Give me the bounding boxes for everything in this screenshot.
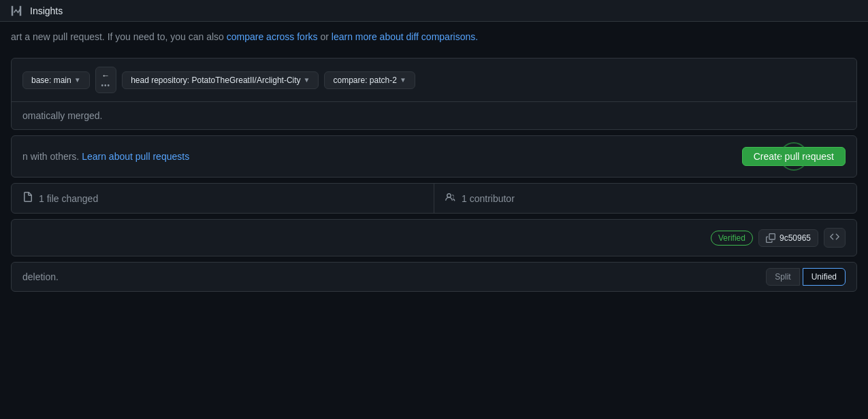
compare-chevron-icon: ▼ — [400, 76, 406, 84]
info-text-section: art a new pull request. If you need to, … — [0, 22, 868, 52]
back-button[interactable]: ← ••• — [95, 67, 117, 93]
commit-row: Verified 9c50965 — [12, 220, 856, 256]
unified-view-button[interactable]: Unified — [803, 268, 846, 286]
commit-hash-button[interactable]: 9c50965 — [758, 229, 818, 247]
commit-section: Verified 9c50965 — [11, 219, 857, 256]
verified-label: Verified — [718, 233, 745, 243]
compare-forks-link[interactable]: compare across forks — [227, 31, 318, 42]
base-branch-label: base: main — [31, 76, 71, 85]
file-icon — [22, 192, 33, 205]
diff-view-toggle: Split Unified — [766, 268, 846, 286]
compare-section: base: main ▼ ← ••• head repository: Pota… — [11, 58, 857, 130]
files-changed-text: 1 file changed — [39, 193, 98, 204]
pr-prefix-text: n with others. — [22, 151, 82, 162]
info-middle-text: or — [320, 31, 331, 42]
head-repository-select[interactable]: head repository: PotatoTheGreatII/Arclig… — [122, 71, 319, 89]
pr-text: n with others. Learn about pull requests — [22, 151, 189, 162]
compare-branch-select[interactable]: compare: patch-2 ▼ — [324, 71, 415, 89]
copy-icon — [766, 233, 775, 243]
code-brackets-icon — [830, 232, 839, 244]
contributors-icon — [445, 192, 456, 205]
pr-section: n with others. Learn about pull requests… — [11, 135, 857, 178]
verified-badge: Verified — [711, 231, 753, 246]
top-nav: Insights — [0, 0, 868, 22]
contributors-text: 1 contributor — [462, 193, 515, 204]
merge-message: omatically merged. — [12, 102, 856, 129]
insights-text: Insights — [30, 5, 63, 16]
learn-pr-link[interactable]: Learn about pull requests — [82, 151, 189, 162]
diff-section: deletion. Split Unified — [11, 262, 857, 292]
head-chevron-icon: ▼ — [304, 76, 310, 84]
learn-diff-link[interactable]: learn more about diff comparisons. — [332, 31, 478, 42]
pr-row: n with others. Learn about pull requests… — [12, 136, 856, 177]
diff-header: deletion. Split Unified — [12, 263, 856, 291]
chart-icon — [11, 5, 22, 16]
left-arrow-icon: ← — [101, 71, 110, 80]
view-code-button[interactable] — [824, 228, 846, 248]
merge-message-text: omatically merged. — [22, 110, 103, 121]
info-prefix-text: art a new pull request. If you need to, … — [11, 31, 227, 42]
compare-row: base: main ▼ ← ••• head repository: Pota… — [12, 58, 856, 102]
files-changed-stat: 1 file changed — [12, 184, 434, 213]
commit-hash-text: 9c50965 — [779, 233, 811, 243]
head-repository-label: head repository: PotatoTheGreatII/Arclig… — [131, 76, 300, 85]
create-pull-request-button[interactable]: Create pull request — [742, 147, 846, 166]
split-view-button[interactable]: Split — [766, 268, 799, 286]
compare-branch-label: compare: patch-2 — [333, 76, 396, 85]
insights-label: Insights — [30, 5, 63, 16]
deletion-text: deletion. — [22, 271, 59, 282]
base-chevron-icon: ▼ — [74, 76, 81, 84]
contributors-stat: 1 contributor — [434, 184, 856, 213]
base-branch-select[interactable]: base: main ▼ — [22, 71, 90, 89]
stats-section: 1 file changed 1 contributor — [11, 183, 857, 214]
diff-title: deletion. — [22, 271, 59, 282]
ellipsis-icon: ••• — [101, 82, 111, 89]
